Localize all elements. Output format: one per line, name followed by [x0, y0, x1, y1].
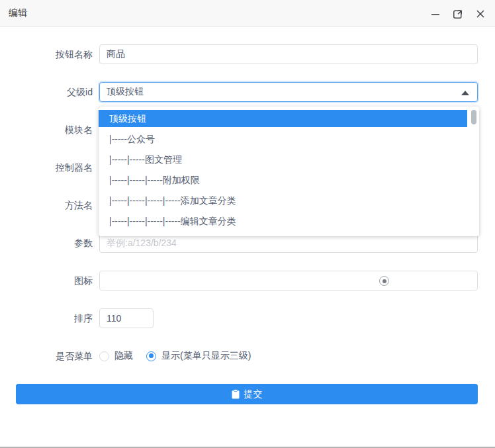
button-name-input[interactable]	[99, 44, 478, 64]
dropdown-item[interactable]: 顶级按钮	[99, 110, 467, 127]
window-title: 编辑	[9, 7, 27, 19]
submit-button-label: 提交	[244, 388, 263, 400]
dropdown-item[interactable]: |-----|-----图文管理	[99, 151, 467, 168]
clipboard-icon	[232, 389, 240, 399]
radio-unchecked-icon	[99, 351, 109, 361]
icon-input[interactable]	[99, 271, 478, 291]
icon-picker-target-icon[interactable]	[379, 276, 389, 286]
minimize-icon	[431, 9, 440, 19]
params-label: 参数	[13, 233, 93, 253]
parent-id-selected-value: 顶级按钮	[107, 86, 144, 98]
dropdown-item[interactable]: |-----|-----|-----附加权限	[99, 171, 467, 189]
submit-button[interactable]: 提交	[16, 384, 478, 404]
maximize-icon	[453, 9, 463, 19]
parent-id-label: 父级id	[13, 82, 93, 102]
controller-name-label: 控制器名	[13, 157, 93, 177]
dropdown-item[interactable]: |-----|-----|-----|-----添加文章分类	[99, 192, 467, 209]
chevron-up-icon	[461, 91, 469, 95]
icon-label: 图标	[13, 271, 93, 291]
close-button[interactable]	[474, 7, 487, 21]
is-menu-label: 是否菜单	[13, 346, 93, 366]
window-controls	[429, 0, 487, 27]
parent-id-dropdown: 顶级按钮 |-----公众号 |-----|-----图文管理 |-----|-…	[99, 107, 479, 236]
radio-hide-label: 隐藏	[114, 350, 133, 362]
maximize-button[interactable]	[451, 7, 465, 21]
radio-show-label: 显示(菜单只显示三级)	[161, 350, 251, 362]
dropdown-item[interactable]: |-----|-----|-----|-----编辑文章分类	[99, 212, 467, 230]
module-name-label: 模块名	[13, 120, 93, 140]
minimize-button[interactable]	[429, 7, 442, 21]
radio-checked-icon	[146, 351, 156, 361]
parent-id-select[interactable]: 顶级按钮	[99, 82, 478, 102]
sort-label: 排序	[13, 308, 93, 328]
dropdown-item[interactable]: |-----公众号	[99, 130, 467, 148]
is-menu-radio-group: 隐藏 显示(菜单只显示三级)	[99, 346, 259, 366]
dropdown-scrollbar-thumb[interactable]	[471, 110, 476, 124]
titlebar: 编辑	[0, 0, 495, 27]
button-name-label: 按钮名称	[13, 44, 93, 64]
dropdown-list: 顶级按钮 |-----公众号 |-----|-----图文管理 |-----|-…	[99, 110, 467, 230]
sort-input[interactable]	[99, 308, 154, 328]
close-icon	[476, 9, 485, 19]
edit-dialog-window: 编辑 按钮名称 父级	[0, 0, 495, 448]
radio-show[interactable]: 显示(菜单只显示三级)	[146, 350, 251, 362]
radio-hide[interactable]: 隐藏	[99, 350, 133, 362]
method-name-label: 方法名	[13, 195, 93, 215]
